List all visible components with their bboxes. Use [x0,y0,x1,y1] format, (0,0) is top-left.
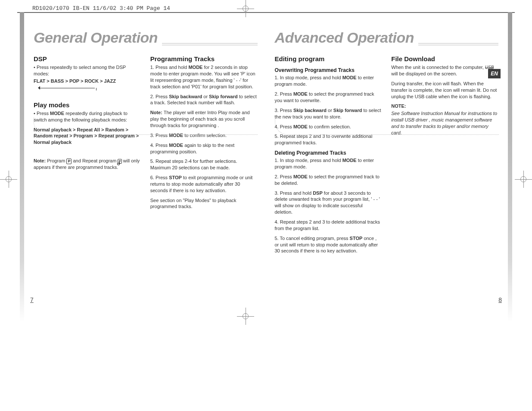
program-icon: P [66,159,72,164]
over-step-4: 4. Press MODE to confirm selection. [275,124,382,130]
rule-top [17,12,515,13]
heading-programming-tracks: Programming Tracks [150,55,258,63]
columns-right: Editing program Overwriting Programmed T… [275,54,499,258]
spread: General Operation DSP • Press repeatedly… [34,26,498,258]
title-band-right: Advanced Operation [275,29,499,46]
registration-bottom-icon [237,308,254,325]
dsp-modes: FLAT > BASS > POP > ROCK > JAZZ [34,78,141,84]
prog-step-1: 1. Press and hold MODE for 2 seconds in … [150,64,258,90]
play-modes-note: Note: Program P and Repeat program P wil… [34,158,141,171]
prog-step-2: 2. Press Skip backward or Skip forward t… [150,93,258,106]
loop-arrow-icon [36,85,96,91]
columns-left: DSP • Press repeatedly to select among t… [34,54,258,213]
page-number-left: 7 [30,296,34,303]
heading-deleting: Deleting Programmed Tracks [275,149,382,156]
prog-step-3: 3. Press MODE to confirm selection. [150,132,258,139]
page-number-right: 8 [498,296,502,303]
registration-left-icon [0,171,17,188]
del-step-1: 1. In stop mode, press and hold MODE to … [275,157,382,170]
prog-step-4: 4. Press MODE again to skip to the next … [150,142,258,155]
side-gradient-left [20,12,24,322]
language-badge: EN [488,69,501,78]
col-left-2: Programming Tracks 1. Press and hold MOD… [150,54,258,213]
prog-step-6: 6. Press STOP to exit programming mode o… [150,174,258,194]
over-step-5: 5. Repeat steps 2 and 3 to overwrite add… [275,133,382,146]
play-modes-intro: • Press MODE repeatedly during playback … [34,110,141,123]
side-gradient-right [508,12,512,322]
over-step-1: 1. In stop mode, press and hold MODE to … [275,75,382,87]
prog-step-5: 5. Repeat steps 2-4 for further selectio… [150,158,258,171]
col-right-2: File Download When the unit is connected… [391,54,498,258]
print-header: RD1020/1070 IB-EN 11/6/02 3:40 PM Page 1… [32,5,170,12]
file-p1: When the unit is connected to the comput… [391,64,498,77]
heading-overwriting: Overwriting Programmed Tracks [275,67,382,74]
heading-editing-program: Editing program [275,55,382,63]
leaf-right: Advanced Operation EN Editing program Ov… [275,26,499,258]
del-step-4: 4. Repeat steps 2 and 3 to delete additi… [275,219,382,232]
col-left-1: DSP • Press repeatedly to select among t… [34,54,141,213]
heading-play-modes: Play modes [34,101,141,109]
page-title-left: General Operation [34,29,162,46]
page-title-right: Advanced Operation [275,29,419,46]
del-step-5: 5. To cancel editing program, press STOP… [275,235,382,255]
dsp-intro: • Press repeatedly to select among the D… [34,64,141,77]
repeat-program-icon: P [118,159,121,164]
file-p2: During transfer, the icon will flash. Wh… [391,81,498,100]
del-step-2: 2. Press MODE to select the programmed t… [275,174,382,187]
heading-dsp: DSP [34,55,141,63]
del-step-3: 3. Press and hold DSP for about 3 second… [275,190,382,215]
file-note-text: See Software Instruction Manual for inst… [391,110,498,136]
over-step-3: 3. Press Skip backward or Skip forward t… [275,107,382,120]
page: RD1020/1070 IB-EN 11/6/02 3:40 PM Page 1… [0,0,532,411]
registration-right-icon [515,171,532,188]
prog-see-also: See section on "Play Modes" to playback … [150,197,258,210]
heading-file-download: File Download [391,55,498,63]
file-note-label: NOTE: [391,103,498,109]
leaf-left: General Operation DSP • Press repeatedly… [34,26,258,258]
title-band-left: General Operation [34,29,258,46]
prog-note: Note: The player will enter Intro Play m… [150,109,258,129]
play-modes-chain: Normal playback > Repeat All > Random > … [34,127,141,146]
over-step-2: 2. Press MODE to select the programmed t… [275,91,382,104]
registration-top-icon [237,0,254,17]
col-right-1: Editing program Overwriting Programmed T… [275,54,382,258]
